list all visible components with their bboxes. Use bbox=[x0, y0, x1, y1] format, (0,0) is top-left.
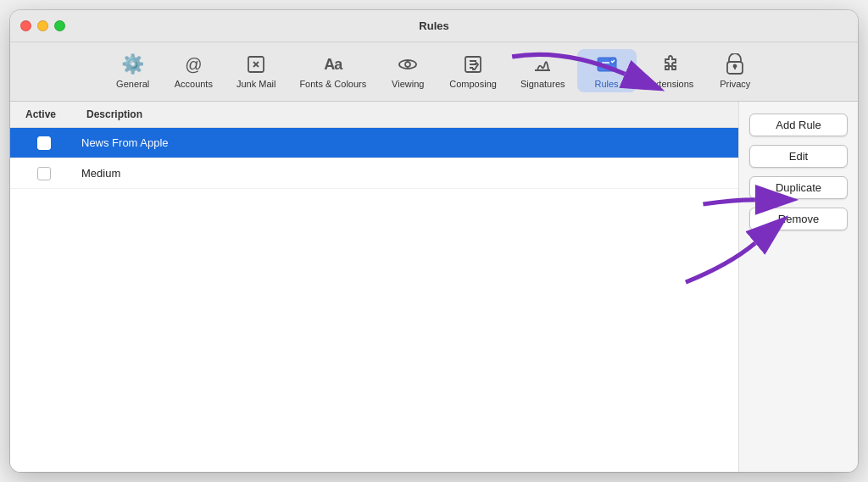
toolbar-label-rules: Rules bbox=[594, 79, 618, 89]
toolbar-item-viewing[interactable]: Viewing bbox=[378, 49, 437, 92]
edit-button[interactable]: Edit bbox=[749, 145, 848, 168]
rule-name-2: Medium bbox=[78, 167, 738, 180]
toolbar-label-fonts: Fonts & Colours bbox=[299, 79, 366, 89]
table-row[interactable]: News From Apple bbox=[10, 128, 738, 158]
rule-checkbox-2[interactable] bbox=[37, 167, 51, 180]
at-icon: @ bbox=[185, 53, 202, 76]
window-title: Rules bbox=[419, 19, 448, 32]
titlebar: Rules bbox=[10, 10, 858, 42]
rules-icon bbox=[596, 53, 618, 76]
traffic-lights bbox=[20, 20, 65, 31]
rules-panel: Active Description News From Apple Mediu… bbox=[10, 102, 739, 472]
maximize-button[interactable] bbox=[54, 20, 65, 31]
toolbar-label-privacy: Privacy bbox=[720, 79, 750, 89]
rules-action-sidebar: Add Rule Edit Duplicate Remove bbox=[739, 102, 858, 472]
header-description: Description bbox=[78, 107, 738, 122]
rule-name-1: News From Apple bbox=[78, 136, 738, 149]
extensions-icon bbox=[660, 53, 681, 76]
header-active: Active bbox=[10, 107, 78, 122]
junk-icon bbox=[246, 53, 266, 76]
toolbar-label-extensions: Extensions bbox=[648, 79, 694, 89]
rule-checkbox-1[interactable] bbox=[37, 136, 51, 150]
signatures-icon bbox=[532, 53, 553, 76]
svg-point-4 bbox=[405, 62, 410, 67]
table-row[interactable]: Medium bbox=[10, 158, 738, 189]
toolbar-item-general[interactable]: ⚙️ General bbox=[103, 49, 163, 92]
toolbar-item-rules[interactable]: Rules bbox=[577, 49, 637, 92]
rule-active-cell-2 bbox=[10, 167, 78, 180]
toolbar: ⚙️ General @ Accounts Junk Mail Aa Fonts… bbox=[10, 42, 858, 102]
content-area: Active Description News From Apple Mediu… bbox=[10, 102, 858, 472]
toolbar-item-privacy[interactable]: Privacy bbox=[705, 49, 765, 92]
composing-icon bbox=[464, 53, 482, 76]
toolbar-label-general: General bbox=[116, 79, 149, 89]
toolbar-label-composing: Composing bbox=[449, 79, 497, 89]
duplicate-button[interactable]: Duplicate bbox=[749, 176, 848, 199]
gear-icon: ⚙️ bbox=[121, 53, 144, 76]
svg-point-13 bbox=[609, 58, 616, 64]
minimize-button[interactable] bbox=[37, 20, 48, 31]
toolbar-label-junk-mail: Junk Mail bbox=[236, 79, 275, 89]
close-button[interactable] bbox=[20, 20, 31, 31]
fonts-icon: Aa bbox=[324, 53, 342, 76]
rules-list: News From Apple Medium bbox=[10, 128, 738, 472]
add-rule-button[interactable]: Add Rule bbox=[749, 114, 848, 136]
main-window: Rules ⚙️ General @ Accounts Junk Mail Aa… bbox=[10, 10, 858, 472]
toolbar-label-viewing: Viewing bbox=[392, 79, 424, 89]
privacy-icon bbox=[726, 53, 744, 76]
remove-button[interactable]: Remove bbox=[749, 208, 848, 230]
rules-table-header: Active Description bbox=[10, 102, 738, 128]
toolbar-label-signatures: Signatures bbox=[520, 79, 565, 89]
svg-point-16 bbox=[734, 65, 737, 68]
toolbar-item-junk-mail[interactable]: Junk Mail bbox=[225, 49, 287, 92]
toolbar-label-accounts: Accounts bbox=[175, 79, 213, 89]
toolbar-item-fonts[interactable]: Aa Fonts & Colours bbox=[287, 49, 378, 92]
toolbar-item-extensions[interactable]: Extensions bbox=[637, 49, 706, 92]
toolbar-item-composing[interactable]: Composing bbox=[437, 49, 509, 92]
toolbar-item-signatures[interactable]: Signatures bbox=[509, 49, 577, 92]
rule-active-cell bbox=[10, 136, 78, 150]
viewing-icon bbox=[398, 53, 418, 76]
toolbar-item-accounts[interactable]: @ Accounts bbox=[163, 49, 225, 92]
